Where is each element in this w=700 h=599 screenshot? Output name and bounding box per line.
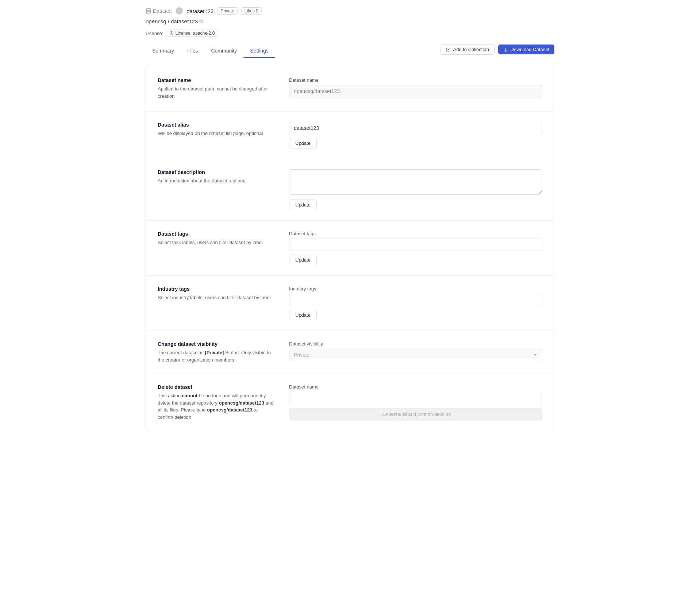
dataset-name-input: [289, 85, 542, 97]
badge-likes: Likes 0: [241, 7, 262, 15]
license-badge: License: apache-2.0: [166, 30, 218, 37]
section-left-industry: Industry tags Select industry labels, us…: [158, 286, 274, 320]
license-label: License:: [146, 31, 163, 36]
copy-icon[interactable]: ⧉: [199, 18, 203, 24]
section-title-visibility: Change dataset visibility: [158, 341, 274, 347]
breadcrumb-org[interactable]: opencsg: [146, 18, 166, 24]
section-dataset-description: Dataset description An introduction abou…: [146, 159, 554, 221]
desc-update-button[interactable]: Update: [289, 200, 317, 210]
section-dataset-tags: Dataset tags Select task labels, users c…: [146, 221, 554, 276]
section-title-name: Dataset name: [158, 77, 274, 83]
section-left-name: Dataset name Applied to the dataset path…: [158, 77, 274, 101]
section-title-industry: Industry tags: [158, 286, 274, 292]
section-title-delete: Delete dataset: [158, 384, 274, 390]
industry-tags-input[interactable]: [289, 294, 542, 306]
dataset-description-input[interactable]: [289, 169, 542, 195]
dataset-label: Dataset:: [153, 8, 172, 14]
license-row: License: License: apache-2.0: [146, 30, 554, 37]
confirm-delete-button[interactable]: I understand and confirm deletion: [289, 408, 542, 421]
field-label-tags: Dataset tags: [289, 231, 542, 236]
section-right-desc: Update: [289, 169, 542, 210]
tabs: Summary Files Community Settings: [146, 44, 275, 58]
settings-card: Dataset name Applied to the dataset path…: [146, 67, 554, 431]
section-left-delete: Delete dataset This action cannot be und…: [158, 384, 274, 421]
section-desc-delete: This action cannot be undone and will pe…: [158, 392, 274, 421]
svg-point-3: [170, 32, 173, 35]
dataset-alias-input[interactable]: [289, 122, 542, 134]
svg-rect-0: [146, 9, 151, 13]
download-icon: [503, 47, 508, 52]
tags-update-button[interactable]: Update: [289, 255, 317, 265]
section-dataset-name: Dataset name Applied to the dataset path…: [146, 67, 554, 112]
section-right-alias: Update: [289, 122, 542, 148]
section-visibility: Change dataset visibility The current da…: [146, 331, 554, 374]
download-dataset-button[interactable]: Download Dataset: [498, 45, 554, 54]
action-buttons: Add to Collection Download Dataset: [440, 44, 554, 58]
section-left-desc: Dataset description An introduction abou…: [158, 169, 274, 210]
section-desc-name: Applied to the dataset path, cannot be c…: [158, 85, 274, 100]
dataset-tags-input[interactable]: [289, 239, 542, 251]
section-dataset-alias: Dataset alias Will be displayed on the d…: [146, 112, 554, 159]
visibility-select[interactable]: Private Public: [289, 349, 542, 361]
section-desc-tags: Select task labels, users can filter dat…: [158, 239, 274, 246]
field-label-name: Dataset name: [289, 77, 542, 83]
breadcrumb: opencsg / dataset123 ⧉: [146, 18, 554, 24]
section-right-tags: Dataset tags Update: [289, 231, 542, 265]
dataset-icon: Dataset:: [146, 8, 172, 14]
section-desc-industry: Select industry labels, users can filter…: [158, 294, 274, 301]
section-title-desc: Dataset description: [158, 169, 274, 175]
add-collection-label: Add to Collection: [453, 47, 489, 52]
tab-settings[interactable]: Settings: [243, 44, 275, 58]
page-wrapper: Dataset: dataset123 Private Likes 0 open…: [131, 0, 569, 438]
section-right-industry: Industry tags Update: [289, 286, 542, 320]
breadcrumb-repo[interactable]: dataset123: [171, 18, 198, 24]
section-desc-desc: An introduction about the dataset, optio…: [158, 177, 274, 185]
section-industry-tags: Industry tags Select industry labels, us…: [146, 276, 554, 331]
avatar: [176, 7, 183, 15]
tab-summary[interactable]: Summary: [146, 44, 181, 58]
section-left-tags: Dataset tags Select task labels, users c…: [158, 231, 274, 265]
section-right-visibility: Dataset visibility Private Public: [289, 341, 542, 363]
download-label: Download Dataset: [511, 47, 549, 52]
delete-confirm-input[interactable]: [289, 392, 542, 404]
section-title-tags: Dataset tags: [158, 231, 274, 237]
license-value: License: apache-2.0: [175, 31, 215, 36]
section-right-name: Dataset name: [289, 77, 542, 101]
tab-community[interactable]: Community: [204, 44, 243, 58]
dataset-name-title: dataset123: [186, 8, 214, 14]
alias-update-button[interactable]: Update: [289, 138, 317, 148]
tab-files[interactable]: Files: [181, 44, 205, 58]
section-right-delete: Dataset name I understand and confirm de…: [289, 384, 542, 421]
section-desc-alias: Will be displayed on the dataset list pa…: [158, 130, 274, 137]
collection-icon: [446, 47, 451, 52]
field-label-visibility: Dataset visibility: [289, 341, 542, 347]
field-label-industry: Industry tags: [289, 286, 542, 291]
section-delete: Delete dataset This action cannot be und…: [146, 374, 554, 431]
field-label-delete: Dataset name: [289, 384, 542, 390]
section-desc-visibility: The current dataset is [Private] Status.…: [158, 349, 274, 363]
badge-private: Private: [217, 7, 237, 15]
section-left-visibility: Change dataset visibility The current da…: [158, 341, 274, 363]
add-to-collection-button[interactable]: Add to Collection: [440, 44, 494, 55]
breadcrumb-sep: /: [168, 18, 169, 24]
license-icon: [169, 31, 174, 35]
industry-update-button[interactable]: Update: [289, 310, 317, 320]
header-top: Dataset: dataset123 Private Likes 0: [146, 7, 554, 15]
section-left-alias: Dataset alias Will be displayed on the d…: [158, 122, 274, 148]
tabs-and-actions: Summary Files Community Settings Add to …: [146, 44, 554, 58]
section-title-alias: Dataset alias: [158, 122, 274, 128]
